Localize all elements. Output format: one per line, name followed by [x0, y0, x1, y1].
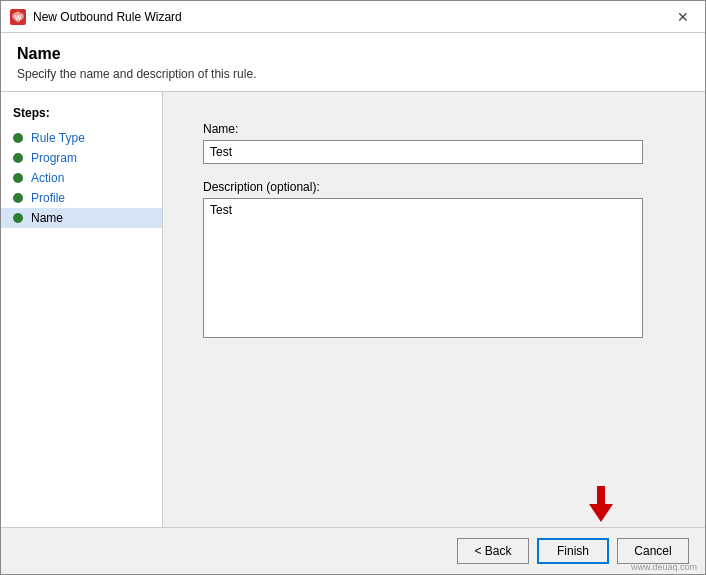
content-area: Steps: Rule Type Program Action Profile … [1, 92, 705, 527]
sidebar-item-profile[interactable]: Profile [1, 188, 162, 208]
page-subtitle: Specify the name and description of this… [17, 67, 689, 81]
step-dot [13, 213, 23, 223]
wizard-window: W New Outbound Rule Wizard ✕ Name Specif… [0, 0, 706, 575]
close-button[interactable]: ✕ [669, 3, 697, 31]
sidebar-item-action[interactable]: Action [1, 168, 162, 188]
sidebar-item-label: Profile [31, 191, 65, 205]
window-title: New Outbound Rule Wizard [33, 10, 669, 24]
page-title: Name [17, 45, 689, 63]
step-dot [13, 133, 23, 143]
sidebar-item-rule-type[interactable]: Rule Type [1, 128, 162, 148]
main-panel: Name: Description (optional): [163, 92, 705, 527]
sidebar-item-program[interactable]: Program [1, 148, 162, 168]
steps-label: Steps: [1, 102, 162, 128]
back-button[interactable]: < Back [457, 538, 529, 564]
sidebar-item-name[interactable]: Name [1, 208, 162, 228]
step-dot [13, 193, 23, 203]
app-icon: W [9, 8, 27, 26]
title-bar: W New Outbound Rule Wizard ✕ [1, 1, 705, 33]
cancel-button[interactable]: Cancel [617, 538, 689, 564]
sidebar-item-label: Name [31, 211, 63, 225]
watermark: www.deuaq.com [631, 562, 697, 572]
step-dot [13, 153, 23, 163]
name-input[interactable] [203, 140, 643, 164]
step-dot [13, 173, 23, 183]
svg-marker-3 [589, 486, 613, 522]
sidebar-item-label: Rule Type [31, 131, 85, 145]
finish-button[interactable]: Finish [537, 538, 609, 564]
name-form-group: Name: [203, 122, 665, 164]
description-label: Description (optional): [203, 180, 665, 194]
name-label: Name: [203, 122, 665, 136]
description-form-group: Description (optional): [203, 180, 665, 341]
arrow-indicator [585, 486, 617, 522]
sidebar-item-label: Action [31, 171, 64, 185]
header-section: Name Specify the name and description of… [1, 33, 705, 92]
footer: < Back Finish Cancel www.deuaq.com [1, 527, 705, 574]
svg-text:W: W [15, 14, 22, 21]
sidebar-item-label: Program [31, 151, 77, 165]
sidebar: Steps: Rule Type Program Action Profile … [1, 92, 163, 527]
description-textarea[interactable] [203, 198, 643, 338]
